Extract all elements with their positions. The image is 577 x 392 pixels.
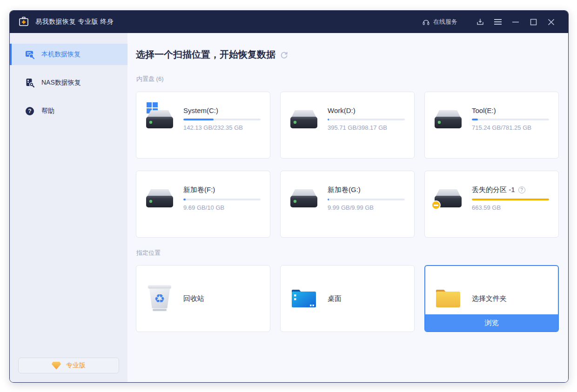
sidebar-item-nas-recovery[interactable]: NAS数据恢复 [10,72,127,93]
capacity-bar [328,119,405,120]
sidebar-item-label: 帮助 [41,107,54,115]
location-card-desktop[interactable]: 桌面 [280,265,415,332]
refresh-icon[interactable] [280,51,288,59]
download-button[interactable] [471,15,489,29]
drive-card-tool-e[interactable]: Tool(E:) 715.24 GB/781.25 GB [424,92,559,159]
sidebar-item-help[interactable]: ? 帮助 [10,100,127,122]
drive-name: 新加卷(G:) [328,186,405,194]
drive-capacity: 663.59 GB [472,204,549,211]
drive-capacity: 715.24 GB/781.25 GB [472,124,549,131]
sidebar: 本机数据恢复 NAS数据恢复 [10,33,127,382]
hard-drive-icon [289,189,319,209]
location-card-select-folder[interactable]: 选择文件夹 浏览 [424,265,559,332]
capacity-bar [183,199,261,200]
menu-button[interactable] [489,15,507,29]
drive-card-work-d[interactable]: Work(D:) 395.71 GB/398.17 GB [280,92,415,159]
app-window: 易我数据恢复 专业版 终身 在线服务 [9,10,569,383]
drive-name: 新加卷(F:) [183,186,261,194]
location-label: 选择文件夹 [472,294,507,303]
maximize-button[interactable] [524,15,542,29]
upgrade-pro-button[interactable]: 专业版 [18,358,119,373]
drive-card-system-c[interactable]: System(C:) 142.13 GB/232.35 GB [136,92,270,159]
drive-card-lost-partition[interactable]: 丢失的分区 -1 ? 663.59 GB [424,171,559,238]
svg-text:?: ? [28,108,31,114]
drive-name: Tool(E:) [472,106,549,114]
hamburger-menu-icon [494,19,502,25]
headset-icon [422,18,430,26]
hard-drive-icon [433,110,463,130]
sidebar-item-label: 本机数据恢复 [41,50,81,59]
close-button[interactable] [542,15,560,29]
capacity-bar [328,199,405,200]
lost-partition-badge-icon [431,200,441,210]
online-service-label: 在线服务 [433,18,457,26]
nas-recovery-icon [25,78,34,87]
hard-drive-icon [145,189,174,209]
recycle-bin-icon: ♻ [147,285,172,312]
location-card-recycle-bin[interactable]: ♻ 回收站 [136,265,270,332]
close-icon [548,19,555,26]
upgrade-label: 专业版 [66,361,86,370]
drive-capacity: 9.99 GB/9.99 GB [328,204,405,211]
drive-name: System(C:) [183,106,261,114]
select-folder-icon [435,288,462,309]
titlebar: 易我数据恢复 专业版 终身 在线服务 [10,11,568,33]
page-title: 选择一个扫描位置，开始恢复数据 [136,48,275,61]
question-help-icon[interactable]: ? [518,186,525,193]
help-icon: ? [25,106,34,116]
drive-card-new-g[interactable]: 新加卷(G:) 9.99 GB/9.99 GB [280,171,415,238]
desktop-folder-icon [290,288,317,309]
drive-capacity: 9.69 GB/10 GB [183,204,261,211]
gem-icon [52,362,61,370]
capacity-bar [472,199,549,200]
online-service-button[interactable]: 在线服务 [422,18,457,26]
drive-capacity: 142.13 GB/232.35 GB [183,124,261,131]
drive-name: Work(D:) [328,106,405,114]
sidebar-item-local-recovery[interactable]: 本机数据恢复 [10,44,127,65]
minimize-icon [512,18,519,26]
pc-recovery-icon [25,50,34,59]
sidebar-item-label: NAS数据恢复 [41,79,81,87]
app-title: 易我数据恢复 专业版 终身 [35,18,114,26]
maximize-icon [530,19,537,26]
drive-name: 丢失的分区 -1 [472,186,515,194]
internal-disks-section-label: 内置盘 (6) [136,75,164,83]
hard-drive-icon [145,110,174,130]
download-icon [476,18,484,26]
location-label: 桌面 [328,294,342,303]
drive-capacity: 395.71 GB/398.17 GB [328,124,405,131]
specified-locations-section-label: 指定位置 [136,249,161,257]
hard-drive-icon [289,110,319,130]
capacity-bar [472,119,549,120]
capacity-bar [183,119,261,120]
minimize-button[interactable] [507,15,524,29]
app-logo-icon [18,16,29,27]
main-content: 选择一个扫描位置，开始恢复数据 内置盘 (6) [127,33,568,382]
browse-button[interactable]: 浏览 [425,314,558,331]
drive-card-new-f[interactable]: 新加卷(F:) 9.69 GB/10 GB [136,171,270,238]
location-label: 回收站 [183,294,204,303]
